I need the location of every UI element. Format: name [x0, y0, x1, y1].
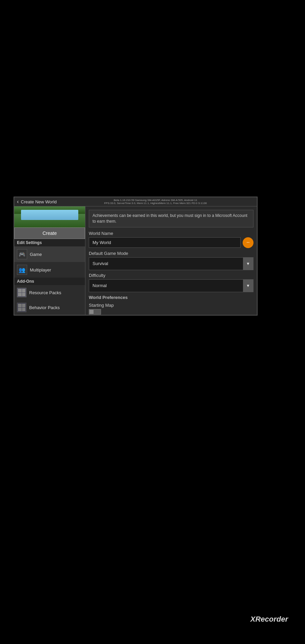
world-name-btn[interactable]: ···	[243, 237, 253, 248]
difficulty-value: Normal	[89, 280, 243, 291]
starting-map-toggle-container	[89, 309, 253, 315]
toggle-knob	[89, 310, 94, 314]
behavior-packs-icon	[17, 303, 26, 312]
sidebar-item-multiplayer[interactable]: 👥 Multiplayer	[14, 262, 85, 278]
difficulty-label: Difficulty	[89, 273, 253, 278]
achievement-notice: Achievements can be earned in this world…	[89, 210, 253, 227]
game-mode-label: Default Game Mode	[89, 251, 253, 256]
sidebar-item-game[interactable]: 🎮 Game	[14, 246, 85, 262]
world-prefs-title: World Preferences	[89, 295, 253, 300]
difficulty-dropdown[interactable]: Normal ▼	[89, 279, 253, 292]
multiplayer-label: Multiplayer	[30, 267, 51, 273]
create-button[interactable]: Create	[14, 227, 85, 239]
sidebar-item-resource-packs[interactable]: Resource Packs	[14, 285, 85, 300]
sidebar-item-behavior-packs[interactable]: Behavior Packs	[14, 300, 85, 315]
back-arrow[interactable]: ‹	[17, 199, 19, 205]
world-name-row: ···	[89, 237, 253, 248]
left-panel: Create Edit Settings 🎮 Game 👥 Multiplaye…	[14, 206, 85, 315]
debug-info: Beta 1.16.210.59 Samsung SM-A015F, Adren…	[57, 199, 254, 205]
xrecorder-watermark: XRecorder	[250, 615, 288, 624]
world-name-input[interactable]	[89, 237, 241, 248]
resource-packs-icon	[17, 288, 26, 297]
multiplayer-icon: 👥	[17, 265, 27, 275]
title-bar: ‹ Create New World Beta 1.16.210.59 Sams…	[14, 197, 257, 206]
game-mode-arrow[interactable]: ▼	[243, 258, 253, 270]
addons-header: Add-Ons	[14, 278, 85, 285]
world-name-label: World Name	[89, 231, 253, 236]
game-mode-dropdown[interactable]: Survival ▼	[89, 257, 253, 270]
behavior-packs-label: Behavior Packs	[29, 305, 60, 310]
resource-packs-label: Resource Packs	[29, 290, 61, 295]
starting-map-toggle[interactable]	[89, 309, 101, 315]
game-label: Game	[30, 252, 42, 257]
starting-map-label: Starting Map	[89, 303, 253, 308]
edit-settings-header: Edit Settings	[14, 239, 85, 246]
game-icon: 🎮	[17, 249, 27, 259]
difficulty-arrow[interactable]: ▼	[243, 280, 253, 292]
game-mode-value: Survival	[89, 258, 243, 269]
world-thumbnail	[14, 206, 85, 227]
right-panel: Achievements can be earned in this world…	[85, 206, 257, 315]
page-title: Create New World	[21, 199, 57, 204]
